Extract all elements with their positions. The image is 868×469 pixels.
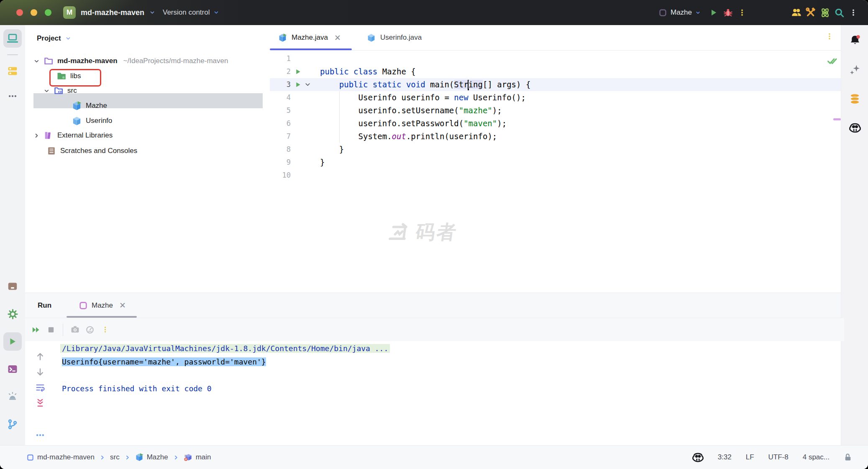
run-config-selector[interactable]: Mazhe — [659, 8, 701, 17]
build-toolwindow-button[interactable] — [3, 277, 22, 296]
code-line-9[interactable]: 9} — [270, 156, 841, 169]
scroll-to-end-button[interactable] — [36, 398, 45, 408]
class-icon — [367, 33, 376, 42]
run-more-options-button[interactable] — [97, 322, 113, 337]
people-icon — [791, 8, 801, 18]
minimize-window-button[interactable] — [31, 9, 37, 16]
breadcrumb-main[interactable]: main — [184, 453, 211, 462]
run-toolwindow-button[interactable] — [3, 332, 22, 351]
tree-row-external-libraries[interactable]: External Libraries — [33, 128, 113, 143]
stop-button[interactable] — [44, 322, 59, 337]
breadcrumb-mazhe[interactable]: Mazhe — [135, 453, 168, 461]
code-text: public static void main(String[] args) { — [320, 78, 530, 91]
tree-row-root[interactable]: md-mazhe-maven ~/IdeaProjects/md-mazhe-m… — [33, 54, 228, 69]
code-line-2[interactable]: 2public class Mazhe { — [270, 65, 841, 78]
console[interactable]: /Library/Java/JavaVirtualMachines/jdk-1.… — [25, 341, 841, 446]
indent-widget[interactable]: 4 spac... — [803, 453, 830, 461]
console-line-3 — [62, 369, 388, 382]
tree-label: md-mazhe-maven — [57, 57, 118, 65]
commit-toolwindow-button[interactable] — [3, 62, 22, 80]
run-line-icon[interactable] — [295, 69, 301, 75]
tree-row-scratches[interactable]: Scratches and Consoles — [47, 143, 137, 158]
database-toolwindow-button[interactable] — [846, 89, 864, 108]
watermark-logo-icon — [387, 222, 412, 243]
rerun-button[interactable] — [28, 322, 44, 337]
readonly-toggle[interactable] — [844, 453, 852, 461]
code-line-5[interactable]: 5 userinfo.setUsername("mazhe"); — [270, 104, 841, 117]
terminal-toolwindow-button[interactable] — [3, 360, 22, 378]
chevron-down-icon[interactable] — [44, 88, 50, 94]
chevron-down-icon[interactable] — [33, 58, 40, 64]
libs-folder-icon — [57, 71, 66, 81]
more-toolwindows-button[interactable] — [3, 87, 22, 105]
chevron-down-icon — [65, 36, 71, 41]
problems-toolwindow-button[interactable] — [3, 387, 22, 406]
screenshot-button[interactable] — [67, 322, 82, 337]
run-button[interactable] — [707, 5, 721, 20]
services-toolwindow-button[interactable] — [3, 305, 22, 323]
run-line-icon[interactable] — [295, 82, 301, 88]
run-tab-mazhe[interactable]: Mazhe ✕ — [79, 293, 126, 318]
more-run-actions-button[interactable] — [735, 5, 749, 20]
code-line-10[interactable]: 10 — [270, 169, 841, 182]
vcs-widget[interactable]: Version control — [163, 0, 219, 25]
project-widget[interactable]: M md-mazhe-maven — [63, 0, 155, 25]
code-line-3[interactable]: 3 public static void main(String[] args)… — [270, 78, 841, 91]
line-number: 6 — [270, 117, 291, 130]
notifications-button[interactable] — [846, 31, 864, 49]
ide-window: M md-mazhe-maven Version control Mazhe — [0, 0, 868, 469]
cards-icon — [8, 66, 18, 76]
close-tab-icon[interactable]: ✕ — [119, 301, 126, 310]
encoding-widget[interactable]: UTF-8 — [768, 453, 789, 461]
project-panel-header[interactable]: Project — [37, 31, 71, 46]
git-toolwindow-button[interactable] — [3, 415, 22, 433]
profiler-button[interactable] — [82, 322, 97, 337]
copilot-chat-button[interactable] — [846, 119, 864, 137]
inspections-widget[interactable] — [827, 56, 837, 66]
line-number: 7 — [270, 130, 291, 143]
chevron-right-icon[interactable] — [33, 133, 40, 139]
breadcrumb-src[interactable]: src — [110, 453, 120, 461]
code-line-8[interactable]: 8 } — [270, 143, 841, 156]
run-config-icon — [659, 9, 666, 16]
bug-icon — [724, 8, 732, 17]
main-menu-button[interactable] — [846, 5, 860, 20]
stop-icon — [47, 326, 55, 334]
code-line-6[interactable]: 6 userinfo.setPassworld("maven"); — [270, 117, 841, 130]
console-more-button[interactable] — [36, 431, 45, 440]
tree-row-userinfo[interactable]: Userinfo — [72, 113, 112, 128]
chevron-down-icon[interactable] — [305, 82, 311, 88]
soft-wrap-button[interactable] — [36, 383, 45, 392]
tree-row-src[interactable]: src — [44, 83, 77, 98]
ai-assistant-button[interactable] — [846, 60, 864, 79]
tools-button[interactable] — [804, 5, 818, 20]
code-with-me-button[interactable] — [789, 5, 804, 20]
editor-options-button[interactable] — [826, 33, 833, 40]
maximize-window-button[interactable] — [45, 9, 51, 16]
toolbox-icon — [8, 281, 18, 291]
atom-icon — [820, 8, 830, 18]
code-line-7[interactable]: 7 System.out.println(userinfo); — [270, 130, 841, 143]
tab-mazhe-java[interactable]: Mazhe.java ✕ — [278, 25, 341, 50]
code-area[interactable]: 12public class Mazhe {3 public static vo… — [270, 51, 841, 294]
copilot-status-button[interactable] — [692, 452, 704, 463]
atom-plugin-button[interactable] — [818, 5, 832, 20]
caret-position-widget[interactable]: 3:32 — [718, 453, 732, 461]
code-line-1[interactable]: 1 — [270, 52, 841, 65]
close-tab-icon[interactable]: ✕ — [334, 33, 341, 43]
line-separator-widget[interactable]: LF — [746, 453, 754, 461]
project-toolwindow-button[interactable] — [3, 29, 22, 48]
search-everywhere-button[interactable] — [832, 5, 846, 20]
console-gutter — [32, 352, 49, 440]
close-window-button[interactable] — [16, 9, 23, 16]
debug-button[interactable] — [721, 5, 735, 20]
code-line-4[interactable]: 4 Userinfo userinfo = new Userinfo(); — [270, 91, 841, 104]
macos-window-controls — [16, 9, 51, 16]
tab-userinfo-java[interactable]: Userinfo.java — [367, 25, 422, 50]
tree-row-libs[interactable]: libs — [57, 69, 81, 84]
breadcrumb-module[interactable]: md-mazhe-maven — [27, 453, 95, 461]
up-arrow-button[interactable] — [36, 352, 45, 361]
down-arrow-button[interactable] — [36, 367, 45, 377]
code-text: } — [320, 156, 325, 169]
tree-row-mazhe[interactable]: Mazhe — [72, 98, 107, 113]
